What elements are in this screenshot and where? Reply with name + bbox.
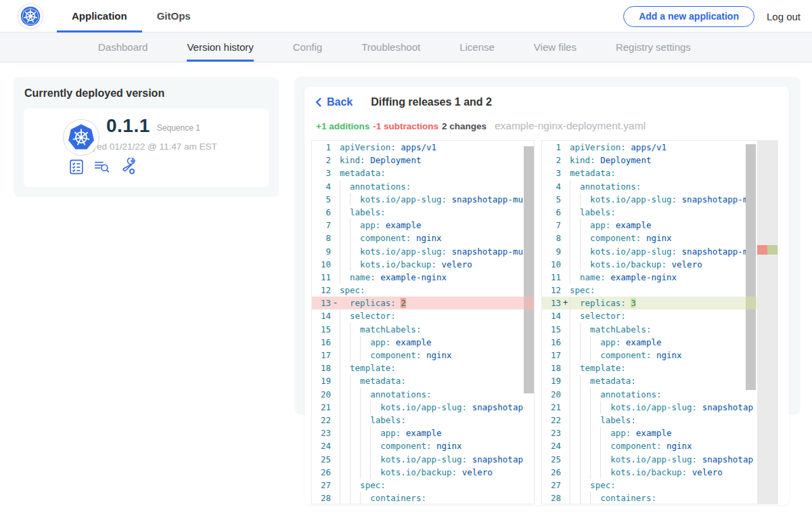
addition-ruler-mark	[767, 245, 777, 255]
diff-filename: example-nginx-deployment.yaml	[495, 120, 646, 132]
configure-icon[interactable]	[118, 158, 137, 175]
subtab-version-history[interactable]: Version history	[187, 32, 253, 62]
subtab-troubleshoot[interactable]: Troubleshoot	[361, 32, 420, 62]
back-link[interactable]: Back	[315, 96, 353, 108]
nav-right: Add a new application Log out	[623, 0, 802, 32]
subtab-config[interactable]: Config	[293, 32, 322, 62]
code-lines: 1apiVersion: apps/v12kind: Deployment3me…	[542, 141, 777, 504]
subtab-license[interactable]: License	[459, 32, 495, 62]
subtab-dashboard[interactable]: Dashboard	[98, 32, 148, 62]
back-label: Back	[327, 96, 353, 108]
preflight-checklist-icon[interactable]	[68, 158, 85, 175]
tab-application[interactable]: Application	[57, 0, 142, 32]
scrollbar-thumb[interactable]	[524, 146, 534, 393]
view-logs-icon[interactable]	[93, 158, 111, 175]
kubernetes-logo-icon	[18, 3, 43, 29]
version-action-icons	[68, 158, 259, 175]
diff-card: Back Diffing releases 1 and 2 +1 additio…	[304, 87, 789, 505]
top-nav: Application GitOps Add a new application…	[0, 0, 812, 32]
logout-link[interactable]: Log out	[765, 11, 802, 22]
primary-tabs: Application GitOps	[57, 0, 206, 32]
scrollbar-thumb[interactable]	[746, 144, 756, 390]
diff-overview-ruler	[757, 141, 777, 504]
sequence-label: Sequence 1	[157, 119, 200, 133]
version-label: 0.1.1	[106, 115, 150, 137]
diff-editor-release-1[interactable]: 1apiVersion: apps/v12kind: Deployment3me…	[311, 140, 535, 504]
changes-count: 2 changes	[442, 121, 487, 131]
diff-editor-release-2[interactable]: 1apiVersion: apps/v12kind: Deployment3me…	[541, 140, 778, 504]
add-application-button[interactable]: Add a new application	[623, 6, 754, 27]
currently-deployed-card: Currently deployed version 0.1.1	[14, 77, 279, 197]
chevron-left-icon	[315, 97, 322, 108]
deployed-version-panel: 0.1.1 Sequence 1 Deployed 01/21/22 @ 11:…	[24, 108, 269, 187]
subtab-registry-settings[interactable]: Registry settings	[616, 32, 691, 62]
tab-gitops[interactable]: GitOps	[142, 0, 206, 32]
deletion-ruler-mark	[757, 245, 767, 255]
deployed-card-title: Currently deployed version	[24, 87, 279, 100]
code-lines: 1apiVersion: apps/v12kind: Deployment3me…	[312, 141, 534, 504]
subtractions-count: -1 subtractions	[373, 121, 438, 131]
subtab-view-files[interactable]: View files	[534, 32, 577, 62]
app-kubernetes-icon	[63, 119, 99, 156]
additions-count: +1 additions	[316, 121, 369, 131]
app-subnav: Dashboard Version history Config Trouble…	[0, 32, 812, 62]
diff-title: Diffing releases 1 and 2	[371, 96, 492, 108]
diff-stats: +1 additions -1 subtractions 2 changes e…	[316, 120, 646, 132]
